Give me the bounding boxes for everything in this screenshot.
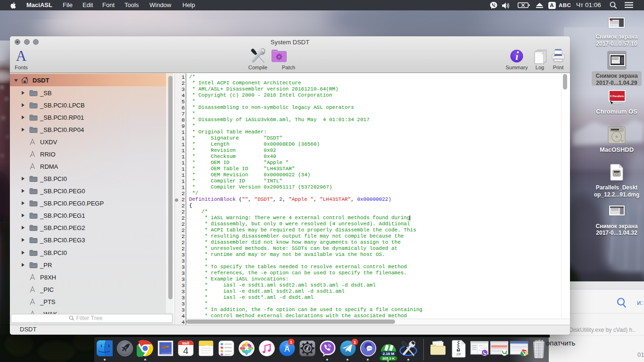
svg-text:1: 1 — [290, 339, 293, 345]
svg-text:4: 4 — [183, 346, 188, 356]
svg-text:и:: и: — [637, 298, 643, 306]
svg-text:ZIP: ZIP — [456, 353, 462, 356]
svg-text:‖ Parallels: ‖ Parallels — [610, 95, 624, 98]
svg-text:1: 1 — [354, 339, 356, 345]
svg-text:МАЙ: МАЙ — [182, 341, 190, 345]
svg-text:A: A — [284, 345, 290, 354]
svg-text:2.16 M: 2.16 M — [383, 352, 395, 356]
